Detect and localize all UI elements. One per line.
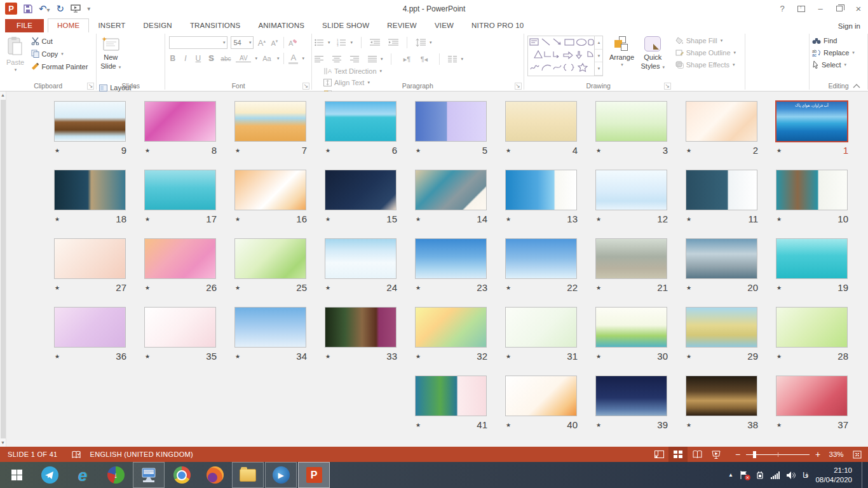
show-hidden-icons-button[interactable]: ▲ <box>728 472 733 478</box>
slide-thumbnail-28[interactable] <box>776 307 848 348</box>
columns-icon[interactable] <box>448 56 457 63</box>
arrange-dropdown-icon[interactable]: ▾ <box>621 62 623 67</box>
bullets-icon[interactable] <box>315 39 324 46</box>
columns-dropdown-icon[interactable]: ▾ <box>461 57 463 62</box>
slide-thumbnail-30[interactable] <box>595 307 667 348</box>
character-spacing-button[interactable]: AV <box>236 55 251 62</box>
slide-thumbnail-36[interactable] <box>54 307 126 348</box>
change-case-button[interactable]: Aa <box>261 55 273 62</box>
slide-thumbnail-15[interactable] <box>325 170 397 210</box>
transition-star-icon[interactable]: ★ <box>235 216 240 222</box>
strikethrough-button[interactable]: abc <box>219 55 233 62</box>
slide-thumbnail-32[interactable] <box>415 307 487 348</box>
scroll-up-icon[interactable]: ▲ <box>1 92 5 99</box>
slide-sorter-view-button[interactable] <box>668 447 688 462</box>
transition-star-icon[interactable]: ★ <box>776 285 782 291</box>
slide-thumbnail-1[interactable]: آب فراوان، هوای پاک <box>775 100 848 142</box>
tab-nitro-pro[interactable]: NITRO PRO 10 <box>463 19 532 32</box>
start-from-beginning-icon[interactable] <box>71 4 81 13</box>
transition-star-icon[interactable]: ★ <box>235 285 240 291</box>
tab-file[interactable]: FILE <box>5 19 44 32</box>
slide-thumbnail-8[interactable] <box>144 101 216 142</box>
quick-styles-dropdown-icon[interactable]: ▾ <box>663 65 665 69</box>
decrease-font-size-icon[interactable]: A▾ <box>269 39 279 47</box>
font-dialog-launcher[interactable]: ↘ <box>302 83 309 90</box>
close-button[interactable]: × <box>849 1 868 17</box>
transition-star-icon[interactable]: ★ <box>776 353 782 360</box>
taskbar-internet-explorer[interactable]: e <box>66 462 99 488</box>
slide-thumbnail-2[interactable] <box>686 101 757 142</box>
taskbar-file-explorer[interactable] <box>232 462 264 488</box>
transition-star-icon[interactable]: ★ <box>325 216 330 222</box>
slide-thumbnail-18[interactable] <box>54 170 126 210</box>
shapes-gallery-scrollbar[interactable]: ▲ ▼ ▼ <box>594 36 602 76</box>
transition-star-icon[interactable]: ★ <box>506 353 511 360</box>
slide-thumbnail-22[interactable] <box>505 238 577 279</box>
slide-thumbnail-12[interactable] <box>595 170 667 210</box>
taskbar-remote-desktop[interactable] <box>133 462 165 488</box>
transition-star-icon[interactable]: ★ <box>596 216 601 222</box>
slide-thumbnail-5[interactable] <box>415 101 487 142</box>
drawing-dialog-launcher[interactable]: ↘ <box>664 83 671 90</box>
paste-dropdown-icon[interactable]: ▾ <box>15 67 17 72</box>
transition-star-icon[interactable]: ★ <box>416 216 421 222</box>
slide-thumbnail-3[interactable] <box>595 101 667 142</box>
bullets-dropdown-icon[interactable]: ▾ <box>328 40 330 45</box>
show-desktop-button[interactable] <box>862 462 865 488</box>
slide-thumbnail-31[interactable] <box>505 307 577 348</box>
powerpoint-app-icon[interactable]: P <box>5 3 17 15</box>
spell-check-icon[interactable] <box>72 451 81 459</box>
customize-qat-icon[interactable]: ▾ <box>87 5 90 12</box>
increase-font-size-icon[interactable]: A▴ <box>257 38 266 48</box>
transition-star-icon[interactable]: ★ <box>145 147 150 154</box>
italic-button[interactable]: I <box>180 54 190 63</box>
slide-thumbnail-35[interactable] <box>144 307 216 348</box>
tab-insert[interactable]: INSERT <box>89 19 134 32</box>
transition-star-icon[interactable]: ★ <box>145 285 150 291</box>
slide-thumbnail-23[interactable] <box>415 238 487 279</box>
ribbon-display-options-button[interactable] <box>792 1 811 17</box>
numbering-dropdown-icon[interactable]: ▾ <box>350 40 353 45</box>
transition-star-icon[interactable]: ★ <box>686 285 691 291</box>
slide-thumbnail-19[interactable] <box>776 238 848 279</box>
underline-button[interactable]: U <box>193 54 203 63</box>
sign-in-link[interactable]: Sign in <box>838 22 868 32</box>
justify-icon[interactable] <box>368 56 377 63</box>
minimize-button[interactable]: – <box>811 1 830 17</box>
find-button[interactable]: Find <box>812 37 855 44</box>
transition-star-icon[interactable]: ★ <box>416 422 421 428</box>
slide-thumbnail-27[interactable] <box>54 238 126 279</box>
shapes-scroll-down-icon[interactable]: ▼ <box>595 50 602 63</box>
slide-thumbnail-17[interactable] <box>144 170 216 210</box>
transition-star-icon[interactable]: ★ <box>235 147 240 154</box>
slide-thumbnail-20[interactable] <box>686 238 757 279</box>
taskbar-chrome[interactable] <box>165 462 198 488</box>
transition-star-icon[interactable]: ★ <box>325 353 330 360</box>
slide-indicator[interactable]: SLIDE 1 OF 41 <box>0 451 58 458</box>
slide-thumbnail-4[interactable] <box>505 101 577 142</box>
transition-star-icon[interactable]: ★ <box>596 285 601 291</box>
taskbar-firefox[interactable] <box>198 462 231 488</box>
start-button[interactable] <box>0 462 33 488</box>
network-signal-icon[interactable] <box>771 471 780 479</box>
slide-show-button[interactable] <box>707 447 726 462</box>
transition-star-icon[interactable]: ★ <box>416 353 421 360</box>
slide-thumbnail-25[interactable] <box>234 238 306 279</box>
increase-indent-icon[interactable] <box>388 39 398 46</box>
slide-thumbnail-14[interactable] <box>415 170 487 210</box>
tab-transitions[interactable]: TRANSITIONS <box>181 19 250 32</box>
transition-star-icon[interactable]: ★ <box>416 285 421 291</box>
transition-star-icon[interactable]: ★ <box>686 147 691 154</box>
transition-star-icon[interactable]: ★ <box>235 353 240 360</box>
transition-star-icon[interactable]: ★ <box>325 147 330 154</box>
taskbar-idm[interactable]: ↓ <box>99 462 132 488</box>
transition-star-icon[interactable]: ★ <box>596 422 601 428</box>
tab-slideshow[interactable]: SLIDE SHOW <box>313 19 378 32</box>
slide-thumbnail-21[interactable] <box>595 238 667 279</box>
transition-star-icon[interactable]: ★ <box>325 285 330 291</box>
transition-star-icon[interactable]: ★ <box>55 353 60 360</box>
replace-dropdown-icon[interactable]: ▾ <box>852 50 855 55</box>
numbering-icon[interactable]: 123 <box>337 39 346 46</box>
slide-thumbnail-24[interactable] <box>325 238 397 279</box>
slide-thumbnail-34[interactable] <box>234 307 306 348</box>
